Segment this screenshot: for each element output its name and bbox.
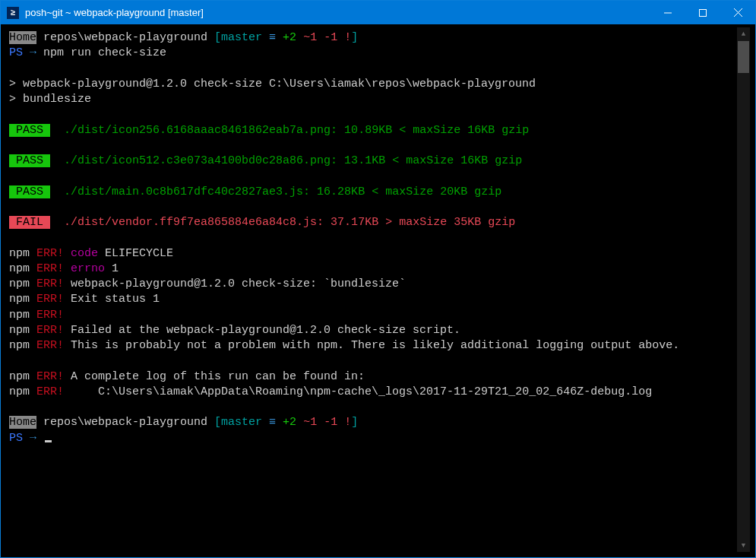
window-controls [650,1,755,24]
svg-rect-1 [700,9,707,16]
prompt-line: Home repos\webpack-playground [master ≡ … [9,415,741,430]
check-result: FAIL ./dist/vendor.ff9f7ea865884e6a84c8.… [9,215,741,230]
check-result: PASS ./dist/main.0c8b617dfc40c2827ae3.js… [9,185,741,200]
maximize-button[interactable] [685,1,720,24]
scroll-thumb[interactable] [738,41,749,73]
scrollbar[interactable]: ▲ ▼ [737,27,750,552]
home-badge: Home [9,31,36,44]
check-result: PASS ./dist/icon512.c3e073a4100bd0c28a86… [9,154,741,169]
scroll-down-icon[interactable]: ▼ [737,539,750,552]
npm-err-line: npm ERR! [9,308,741,323]
command-line: PS → npm run check-size [9,46,741,61]
check-result: PASS ./dist/icon256.6168aaac8461862eab7a… [9,123,741,138]
cursor-icon [45,440,52,442]
minimize-button[interactable] [650,1,685,24]
npm-err-line: npm ERR! errno 1 [9,262,741,277]
close-button[interactable] [720,1,755,24]
npm-err-line: npm ERR! code ELIFECYCLE [9,246,741,262]
npm-err-line: npm ERR! webpack-playground@1.2.0 check-… [9,277,741,292]
command-input-line[interactable]: PS → [9,431,741,446]
npm-err-line: npm ERR! A complete log of this run can … [9,369,741,385]
terminal-window: ≥ posh~git ~ webpack-playground [master]… [0,0,756,558]
npm-err-line: npm ERR! This is probably not a problem … [9,338,741,354]
scroll-up-icon[interactable]: ▲ [737,27,750,40]
npm-err-line: npm ERR! Exit status 1 [9,292,741,307]
titlebar[interactable]: ≥ posh~git ~ webpack-playground [master] [1,1,755,24]
script-header: > webpack-playground@1.2.0 check-size C:… [9,77,741,92]
window-title: posh~git ~ webpack-playground [master] [25,7,650,18]
prompt-line: Home repos\webpack-playground [master ≡ … [9,30,741,46]
terminal-output: Home repos\webpack-playground [master ≡ … [9,30,750,549]
terminal-body[interactable]: Home repos\webpack-playground [master ≡ … [1,24,755,557]
npm-err-line: npm ERR! C:\Users\iamak\AppData\Roaming\… [9,385,741,400]
home-badge: Home [9,416,36,429]
npm-err-line: npm ERR! Failed at the webpack-playgroun… [9,323,741,338]
pass-badge: PASS [9,154,50,167]
fail-badge: FAIL [9,216,50,229]
script-header: > bundlesize [9,92,741,107]
pass-badge: PASS [9,124,50,137]
powershell-icon: ≥ [7,7,19,19]
pass-badge: PASS [9,185,50,198]
